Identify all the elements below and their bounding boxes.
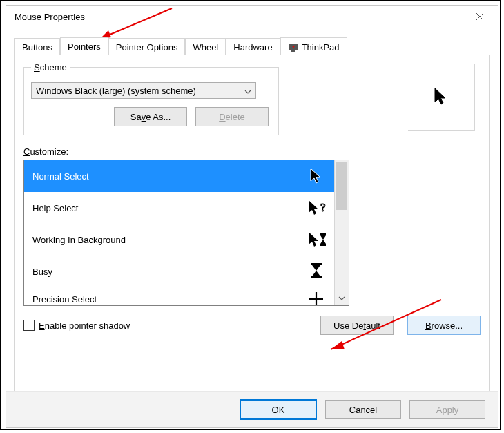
tab-strip: Buttons Pointers Pointer Options Wheel H…: [14, 37, 490, 55]
tab-pointers[interactable]: Pointers: [60, 37, 108, 55]
thinkpad-icon: [288, 41, 299, 52]
enable-pointer-shadow-checkbox[interactable]: Enable pointer shadow: [23, 320, 130, 331]
cursor-help-icon: ?: [307, 198, 326, 218]
list-item[interactable]: Normal Select: [24, 160, 334, 192]
svg-rect-3: [291, 50, 295, 52]
delete-button: Delete: [195, 107, 269, 126]
save-as-button[interactable]: Save As...: [114, 107, 187, 126]
chevron-down-icon: [244, 86, 251, 96]
list-item[interactable]: Working In Background: [24, 224, 334, 256]
customize-label: Customize:: [23, 146, 481, 157]
close-icon: [476, 12, 484, 21]
svg-rect-8: [311, 263, 322, 265]
scheme-selected-value: Windows Black (large) (system scheme): [36, 86, 196, 96]
list-item[interactable]: Help Select ?: [24, 192, 334, 224]
window-title: Mouse Properties: [12, 12, 467, 22]
browse-button[interactable]: Browse...: [407, 316, 481, 335]
scheme-combobox[interactable]: Windows Black (large) (system scheme): [31, 82, 256, 99]
scheme-legend: Scheme: [31, 62, 70, 73]
scroll-down-icon[interactable]: [335, 293, 349, 304]
cursor-preview: [408, 64, 475, 131]
tab-pointer-options[interactable]: Pointer Options: [108, 38, 186, 55]
svg-rect-7: [320, 244, 326, 246]
mouse-properties-dialog: Mouse Properties Buttons Pointers Pointe…: [6, 5, 498, 428]
ok-button[interactable]: OK: [240, 399, 317, 420]
checkbox-box: [23, 320, 35, 331]
svg-rect-6: [320, 233, 326, 235]
hourglass-icon: [307, 262, 326, 281]
crosshair-icon: [307, 289, 326, 305]
cursor-list[interactable]: Normal Select Help Select ? Working In B…: [23, 160, 349, 306]
cursor-icon: [307, 166, 326, 186]
tab-thinkpad[interactable]: ThinkPad: [280, 37, 347, 55]
titlebar: Mouse Properties: [6, 6, 498, 28]
scrollbar-thumb[interactable]: [336, 162, 347, 210]
svg-point-4: [292, 46, 294, 48]
list-item[interactable]: Busy: [24, 256, 334, 287]
use-default-button[interactable]: Use Default: [320, 316, 394, 335]
cancel-button[interactable]: Cancel: [325, 400, 401, 419]
tab-buttons[interactable]: Buttons: [14, 38, 60, 55]
apply-button: Apply: [409, 400, 485, 419]
tab-hardware[interactable]: Hardware: [226, 38, 280, 55]
cursor-busy-icon: [307, 230, 326, 249]
svg-rect-9: [311, 276, 322, 278]
scheme-group: Scheme Windows Black (large) (system sch…: [23, 62, 279, 135]
scrollbar[interactable]: [334, 160, 349, 305]
cursor-icon: [434, 87, 449, 106]
svg-text:?: ?: [320, 201, 326, 214]
tab-page-pointers: Scheme Windows Black (large) (system sch…: [14, 55, 490, 404]
list-item[interactable]: Precision Select: [24, 287, 334, 305]
tab-wheel[interactable]: Wheel: [185, 38, 226, 55]
close-button[interactable]: [467, 7, 492, 26]
dialog-footer: OK Cancel Apply: [6, 391, 498, 427]
